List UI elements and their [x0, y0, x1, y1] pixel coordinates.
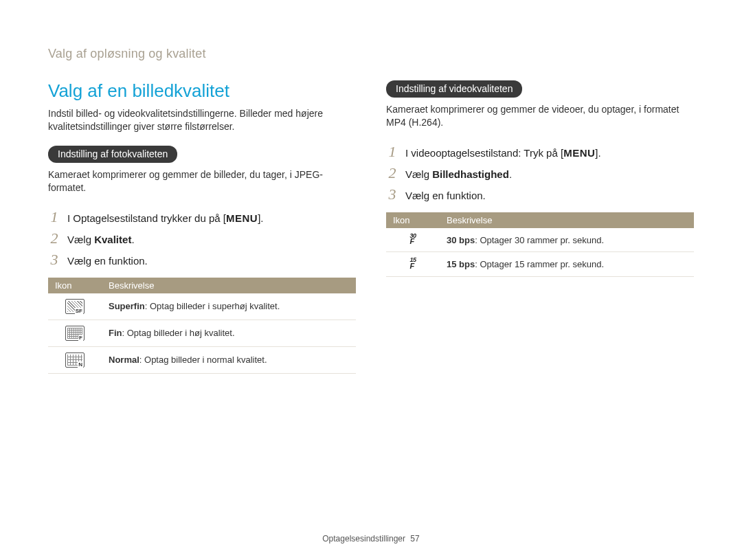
step-text: Vælg en funktion.	[405, 188, 486, 203]
table-header-description: Beskrivelse	[102, 278, 356, 293]
photo-step-1: 1 I Optagelsestilstand trykker du på [ME…	[48, 210, 356, 225]
photo-step-2: 2 Vælg Kvalitet.	[48, 231, 356, 247]
page-number: 57	[410, 534, 419, 544]
menu-key-icon: MENU	[226, 212, 258, 224]
table-cell-description: 15 bps: Optager 15 rammer pr. sekund.	[440, 252, 694, 277]
fps-30-icon: 30F	[409, 234, 416, 245]
step-number: 3	[48, 252, 60, 267]
table-cell-description: Fin: Optag billeder i høj kvalitet.	[102, 320, 356, 346]
photo-quality-heading-pill: Indstilling af fotokvaliteten	[48, 146, 177, 163]
manual-page: Valg af opløsning og kvalitet Valg af en…	[0, 0, 742, 560]
superfine-icon	[65, 299, 85, 314]
table-cell-description: Superfin: Optag billeder i superhøj kval…	[102, 293, 356, 320]
table-header-icon: Ikon	[386, 212, 440, 228]
step-number: 1	[48, 210, 60, 225]
step-text: Vælg Kvalitet.	[67, 232, 135, 247]
breadcrumb: Valg af opløsning og kvalitet	[48, 47, 694, 61]
step-number: 2	[48, 231, 60, 246]
step-number: 3	[386, 187, 398, 202]
video-quality-description: Kameraet komprimerer og gemmer de videoe…	[386, 103, 694, 129]
video-step-3: 3 Vælg en funktion.	[386, 187, 694, 203]
right-column: Indstilling af videokvaliteten Kameraet …	[386, 80, 694, 374]
step-number: 2	[386, 166, 398, 181]
photo-step-3: 3 Vælg en funktion.	[48, 252, 356, 268]
menu-key-icon: MENU	[563, 147, 595, 159]
fine-icon	[65, 326, 85, 341]
two-column-layout: Valg af en billedkvalitet Indstil billed…	[48, 80, 694, 374]
table-header-description: Beskrivelse	[440, 212, 694, 228]
video-quality-heading-pill: Indstilling af videokvaliteten	[386, 80, 522, 98]
video-step-1: 1 I videooptagelsestilstand: Tryk på [ME…	[386, 144, 694, 160]
page-footer: Optagelsesindstillinger 57	[0, 534, 742, 544]
step-text: Vælg Billedhastighed.	[405, 167, 512, 181]
section-title: Valg af en billedkvalitet	[48, 80, 356, 102]
table-row: Superfin: Optag billeder i superhøj kval…	[48, 293, 356, 320]
fps-15-icon: 15F	[409, 258, 416, 269]
photo-steps-list: 1 I Optagelsestilstand trykker du på [ME…	[48, 210, 356, 268]
table-row: 15F 15 bps: Optager 15 rammer pr. sekund…	[386, 252, 694, 277]
table-row: 30F 30 bps: Optager 30 rammer pr. sekund…	[386, 228, 694, 252]
video-steps-list: 1 I videooptagelsestilstand: Tryk på [ME…	[386, 144, 694, 203]
table-header-icon: Ikon	[48, 278, 102, 293]
table-cell-description: Normal: Optag billeder i normal kvalitet…	[102, 346, 356, 373]
table-row: Normal: Optag billeder i normal kvalitet…	[48, 346, 356, 373]
video-step-2: 2 Vælg Billedhastighed.	[386, 166, 694, 181]
photo-quality-description: Kameraet komprimerer og gemmer de billed…	[48, 168, 356, 194]
footer-section-name: Optagelsesindstillinger	[322, 534, 405, 544]
table-row: Fin: Optag billeder i høj kvalitet.	[48, 320, 356, 346]
intro-paragraph: Indstil billed- og videokvalitetsindstil…	[48, 107, 356, 133]
step-number: 1	[386, 144, 398, 159]
video-quality-table: Ikon Beskrivelse 30F 30 bps: Optager 30 …	[386, 212, 694, 277]
table-cell-description: 30 bps: Optager 30 rammer pr. sekund.	[440, 228, 694, 252]
photo-quality-table: Ikon Beskrivelse Superfin: Optag billede…	[48, 278, 356, 374]
step-text: Vælg en funktion.	[67, 254, 148, 268]
normal-icon	[65, 352, 85, 368]
left-column: Valg af en billedkvalitet Indstil billed…	[48, 80, 356, 374]
step-text: I Optagelsestilstand trykker du på [MENU…	[67, 211, 263, 225]
step-text: I videooptagelsestilstand: Tryk på [MENU…	[405, 146, 601, 160]
